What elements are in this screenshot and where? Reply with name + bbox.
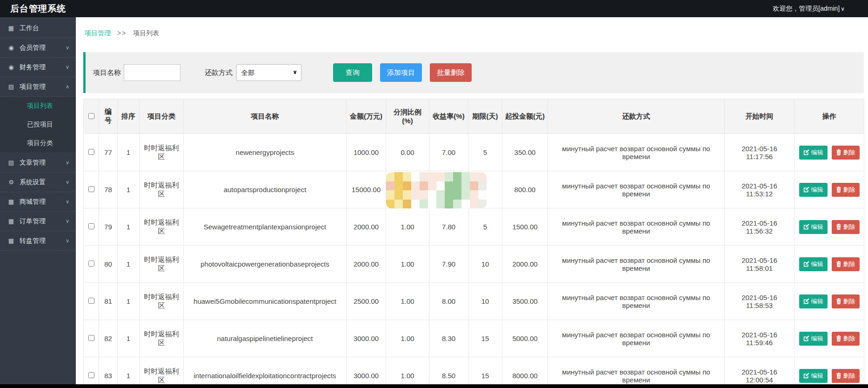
category-cell: 时时返福利区 [140, 246, 184, 283]
sidebar-item-orders[interactable]: ▦订单管理∨ [0, 212, 76, 231]
submenu-item[interactable]: 已投项目 [0, 115, 76, 134]
column-header: 项目分类 [140, 99, 184, 134]
mall-icon: ▦ [7, 198, 15, 205]
min-invest-cell: 1500.00 [502, 208, 548, 246]
chevron-up-icon: ∧ [66, 84, 69, 90]
edit-button-label: 编辑 [811, 372, 823, 380]
row-checkbox[interactable] [88, 335, 94, 341]
trash-icon [836, 298, 841, 304]
add-project-button[interactable]: 添加项目 [380, 63, 422, 82]
repay-method-select[interactable]: 全部 [236, 64, 301, 81]
breadcrumb-parent[interactable]: 项目管理 [85, 29, 111, 37]
sidebar-item-label: 文章管理 [20, 159, 46, 167]
actions-cell: 编辑删除 [795, 246, 864, 283]
project-name-cell: newenergyprojects [184, 134, 347, 171]
edit-button[interactable]: 编辑 [799, 183, 828, 197]
actions-cell: 编辑删除 [795, 171, 864, 208]
batch-delete-button[interactable]: 批量删除 [430, 63, 472, 82]
delete-button[interactable]: 删除 [832, 332, 860, 346]
row-checkbox[interactable] [88, 186, 94, 192]
delete-button[interactable]: 删除 [832, 294, 860, 308]
project-name-input[interactable] [124, 64, 180, 81]
yield-cell: 8.50 [429, 357, 468, 388]
chevron-down-icon: ∨ [66, 238, 69, 244]
edit-button[interactable]: 编辑 [799, 257, 828, 271]
sidebar-item-mall[interactable]: ▦商城管理∨ [0, 192, 76, 212]
submenu-item[interactable]: 项目分类 [0, 134, 76, 153]
row-checkbox[interactable] [88, 372, 94, 378]
repayment-cell: минутный расчет возврат основной суммы п… [548, 208, 725, 246]
sidebar-item-articles[interactable]: ▤文章管理∨ [0, 153, 76, 173]
column-header: 起投金额(元) [502, 99, 548, 134]
edit-button[interactable]: 编辑 [799, 332, 828, 346]
sort-cell: 1 [118, 246, 140, 283]
id-cell: 81 [99, 283, 118, 320]
edit-button[interactable]: 编辑 [799, 294, 828, 308]
edit-button[interactable]: 编辑 [799, 220, 828, 234]
row-checkbox[interactable] [88, 223, 94, 229]
delete-button-label: 删除 [843, 186, 855, 194]
start-time-cell: 2021-05-16 12:00:54 [725, 357, 795, 388]
amount-cell: 3000.00 [347, 357, 386, 388]
edit-button[interactable]: 编辑 [799, 146, 828, 160]
period-cell: 5 [468, 208, 502, 246]
delete-button-label: 删除 [843, 148, 855, 157]
column-header: 收益率(%) [429, 99, 468, 134]
column-header: 分润比例(%) [386, 99, 429, 134]
mosaic-cell [420, 172, 428, 181]
sidebar-item-settings[interactable]: ⚙系统设置∨ [0, 173, 76, 192]
delete-button[interactable]: 删除 [832, 257, 860, 271]
column-header: 期限(天) [468, 99, 502, 134]
trash-icon [836, 335, 841, 341]
row-checkbox[interactable] [88, 298, 94, 304]
project-name-cell: Sewagetreatmentplantexpansionproject [184, 208, 347, 246]
period-cell: 10 [468, 246, 502, 283]
finance-icon: ◉ [7, 64, 15, 71]
mosaic-cell [386, 181, 394, 191]
sidebar-item-wheel[interactable]: ▦转盘管理∨ [0, 231, 76, 251]
breadcrumb: 项目管理 >> 项目列表 [76, 17, 868, 52]
category-cell: 时时返福利区 [140, 208, 184, 246]
project-name-cell: huawei5Gmobilecommunicationspatentprojec… [184, 283, 347, 320]
min-invest-cell: 350.00 [502, 134, 548, 171]
submenu-item[interactable]: 项目列表 [0, 97, 76, 115]
user-menu[interactable]: 欢迎您，管理员[admin]∨ [773, 5, 845, 13]
mosaic-cell [478, 190, 487, 200]
edit-button[interactable]: 编辑 [799, 369, 828, 383]
profit-ratio-cell: 0.00 [386, 134, 429, 171]
delete-button[interactable]: 删除 [832, 183, 860, 197]
profit-ratio-cell: 1.00 [386, 357, 429, 388]
start-time-cell: 2021-05-16 11:58:01 [725, 246, 795, 283]
row-checkbox-cell [84, 171, 99, 208]
edit-button-label: 编辑 [811, 297, 823, 306]
id-cell: 83 [99, 357, 118, 388]
sidebar-item-label: 会员管理 [20, 44, 46, 52]
mosaic-cell [411, 200, 420, 209]
sidebar-item-workbench[interactable]: ▦工作台 [0, 19, 76, 38]
delete-button[interactable]: 删除 [832, 146, 860, 160]
search-button[interactable]: 查询 [333, 63, 372, 82]
min-invest-cell: 800.00 [502, 171, 548, 208]
actions-cell: 编辑删除 [795, 357, 864, 388]
row-checkbox[interactable] [88, 261, 94, 267]
mosaic-cell [445, 190, 453, 200]
repayment-cell: минутный расчет возврат основной суммы п… [548, 134, 725, 171]
mosaic-cell [436, 172, 445, 181]
profit-ratio-cell: 1.00 [386, 246, 429, 283]
sidebar-item-projects[interactable]: ▤项目管理∧ [0, 77, 76, 97]
delete-button[interactable]: 删除 [832, 220, 860, 234]
sidebar-item-members[interactable]: ◉会员管理∨ [0, 38, 76, 58]
sort-cell: 1 [118, 134, 140, 171]
mosaic-cell [453, 200, 461, 209]
sidebar-item-label: 项目管理 [20, 83, 46, 91]
row-checkbox[interactable] [88, 149, 94, 155]
mosaic-cell [445, 181, 453, 191]
sidebar-item-finance[interactable]: ◉财务管理∨ [0, 58, 76, 77]
delete-button[interactable]: 删除 [832, 369, 860, 383]
trash-icon [836, 187, 841, 193]
breadcrumb-separator: >> [117, 29, 127, 37]
select-all-checkbox[interactable] [88, 113, 94, 119]
id-cell: 79 [99, 208, 118, 246]
yield-cell: 7.00 [429, 134, 468, 171]
mosaic-cell [461, 172, 470, 181]
